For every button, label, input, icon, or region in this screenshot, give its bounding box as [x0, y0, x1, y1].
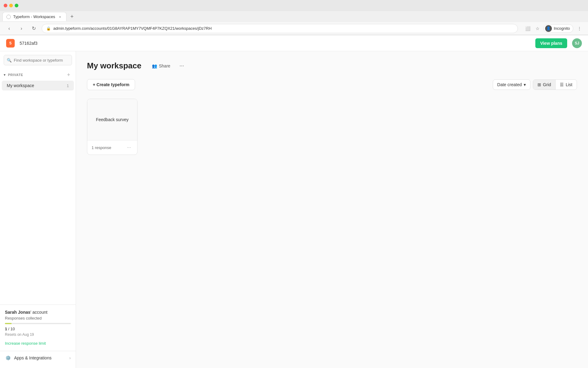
- typeform-card-feedback-survey[interactable]: Feedback survey 1 response ···: [87, 99, 138, 155]
- browser-titlebar: [0, 0, 588, 11]
- section-chevron-icon: ▾: [4, 73, 6, 77]
- account-name: Sarah Jonas' account: [5, 310, 71, 315]
- close-window-dot[interactable]: [4, 4, 7, 7]
- search-icon: 🔍: [7, 58, 12, 63]
- new-tab-button[interactable]: +: [68, 12, 76, 21]
- apps-label: Apps & Integrations: [14, 355, 51, 360]
- search-input[interactable]: [4, 55, 72, 65]
- workspace-item-count: 1: [67, 83, 69, 88]
- browser-action-buttons: ⬜ ☆ 👤 Incognito ⋮: [524, 24, 583, 33]
- app-account-id: 57162af3: [20, 41, 37, 46]
- tab-favicon: [6, 15, 11, 19]
- share-label: Share: [159, 63, 170, 68]
- tab-bar: Typeform - Workspaces × +: [0, 11, 588, 22]
- increase-response-limit-link[interactable]: Increase response limit: [5, 341, 46, 346]
- sort-chevron-icon: ▾: [524, 82, 526, 87]
- window-controls: [4, 4, 18, 7]
- apps-chevron-icon: ›: [69, 355, 71, 360]
- maximize-window-dot[interactable]: [15, 4, 18, 7]
- reset-date: Resets on Aug 19: [5, 332, 71, 337]
- incognito-icon: 👤: [545, 25, 552, 32]
- main-content: My workspace 👥 Share ··· + Create typefo…: [76, 51, 588, 368]
- bookmark-icon[interactable]: ☆: [534, 25, 541, 32]
- toolbar-right: Date created ▾ ⊞ Grid ☰ List: [493, 79, 577, 90]
- view-toggle: ⊞ Grid ☰ List: [533, 79, 577, 90]
- app-header: 5 57162af3 View plans SJ: [0, 35, 588, 51]
- content-header: My workspace 👥 Share ···: [87, 61, 577, 71]
- address-bar: ‹ › ↻ 🔒 admin.typeform.com/accounts/01G8…: [0, 22, 588, 35]
- content-toolbar: + Create typeform Date created ▾ ⊞ Grid: [87, 79, 577, 90]
- grid-icon: ⊞: [537, 82, 541, 87]
- grid-view-button[interactable]: ⊞ Grid: [533, 80, 555, 90]
- grid-label: Grid: [543, 82, 551, 87]
- app-badge: 5: [6, 39, 15, 48]
- workspace-name-label: My workspace: [7, 83, 34, 88]
- list-view-button[interactable]: ☰ List: [556, 80, 577, 90]
- minimize-window-dot[interactable]: [9, 4, 13, 7]
- reload-button[interactable]: ↻: [29, 24, 38, 33]
- private-section-title: PRIVATE: [8, 73, 63, 77]
- sidebar-bottom: Sarah Jonas' account Responses collected…: [0, 305, 76, 351]
- forward-button[interactable]: ›: [17, 24, 26, 33]
- tab-title: Typeform - Workspaces: [13, 14, 55, 19]
- extensions-icon[interactable]: ⬜: [524, 25, 531, 32]
- browser-chrome: Typeform - Workspaces × + ‹ › ↻ 🔒 admin.…: [0, 0, 588, 35]
- sidebar-item-my-workspace[interactable]: My workspace 1: [2, 81, 74, 90]
- list-label: List: [566, 82, 572, 87]
- back-button[interactable]: ‹: [5, 24, 13, 33]
- card-footer: 1 response ···: [87, 140, 137, 155]
- share-icon: 👥: [152, 63, 157, 68]
- lock-icon: 🔒: [46, 26, 51, 31]
- responses-collected-label: Responses collected: [5, 316, 71, 320]
- incognito-label: Incognito: [554, 26, 570, 31]
- responses-count: 1 / 10: [5, 327, 71, 331]
- incognito-button[interactable]: 👤 Incognito: [544, 24, 573, 33]
- user-avatar[interactable]: SJ: [572, 38, 582, 48]
- active-tab[interactable]: Typeform - Workspaces ×: [2, 12, 66, 21]
- share-button[interactable]: 👥 Share: [149, 62, 173, 70]
- card-title: Feedback survey: [93, 117, 131, 122]
- typeforms-grid: Feedback survey 1 response ···: [87, 99, 577, 155]
- sidebar: 🔍 ▾ PRIVATE + My workspace 1 Sarah Jonas…: [0, 51, 76, 368]
- workspace-more-button[interactable]: ···: [177, 61, 187, 70]
- main-layout: 🔍 ▾ PRIVATE + My workspace 1 Sarah Jonas…: [0, 51, 588, 368]
- add-workspace-button[interactable]: +: [65, 71, 72, 78]
- card-responses-count: 1 response: [92, 145, 123, 150]
- responses-progress-bar: [5, 323, 71, 324]
- sidebar-search-container: 🔍: [4, 55, 72, 65]
- create-typeform-button[interactable]: + Create typeform: [87, 79, 135, 90]
- header-actions: 👥 Share ···: [149, 61, 187, 70]
- sort-label: Date created: [497, 82, 522, 87]
- card-preview: Feedback survey: [87, 99, 137, 140]
- list-icon: ☰: [560, 82, 564, 87]
- url-text: admin.typeform.com/accounts/01G8AYRAP1MY…: [53, 26, 212, 31]
- app: 5 57162af3 View plans SJ 🔍 ▾ PRIVATE + M…: [0, 35, 588, 368]
- workspace-title: My workspace: [87, 61, 141, 71]
- apps-integrations-item[interactable]: ⚙️ Apps & Integrations ›: [0, 351, 76, 365]
- tab-close-button[interactable]: ×: [58, 14, 62, 19]
- sort-button[interactable]: Date created ▾: [493, 79, 530, 90]
- card-menu-button[interactable]: ···: [125, 144, 133, 151]
- browser-more-button[interactable]: ⋮: [576, 25, 583, 32]
- private-section-header: ▾ PRIVATE +: [0, 70, 76, 79]
- url-bar[interactable]: 🔒 admin.typeform.com/accounts/01G8AYRAP1…: [42, 24, 518, 33]
- progress-fill: [5, 323, 12, 324]
- apps-icon: ⚙️: [5, 355, 11, 361]
- view-plans-button[interactable]: View plans: [535, 38, 567, 48]
